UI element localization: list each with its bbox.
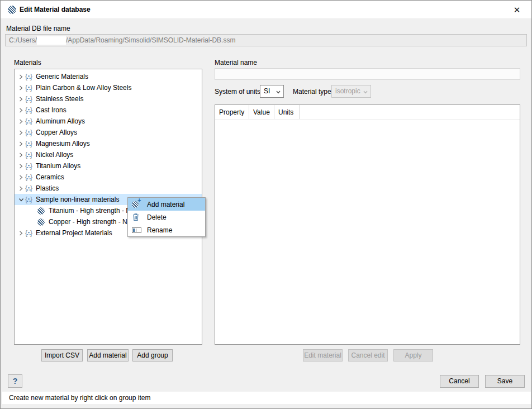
tree-item-generic-materials[interactable]: {∴}Generic Materials [15, 71, 202, 82]
import-csv-button[interactable]: Import CSV [41, 349, 83, 362]
add-material-icon: + [132, 201, 147, 208]
menu-item-label: Delete [147, 213, 167, 221]
column-header-property[interactable]: Property [215, 105, 249, 119]
tree-item-label: Ceramics [36, 173, 64, 181]
material-type-select: isotropic [331, 85, 371, 98]
edit-material-button: Edit material [303, 349, 343, 362]
tree-item-label: Generic Materials [36, 73, 88, 80]
redacted-username [37, 36, 66, 45]
system-of-units-label: System of units [215, 88, 260, 96]
chevron-down-icon [276, 90, 281, 94]
chevron-down-icon[interactable] [17, 197, 25, 202]
status-bar: Create new material by right click on gr… [2, 392, 531, 404]
tree-item-label: Cast Irons [36, 106, 66, 114]
cancel-button[interactable]: Cancel [440, 375, 479, 388]
group-icon: {∴} [25, 229, 32, 237]
file-name-label: Material DB file name [6, 25, 70, 32]
group-icon: {∴} [25, 162, 32, 170]
tree-item-label: Aluminum Alloys [36, 117, 85, 125]
chevron-right-icon[interactable] [17, 175, 25, 180]
chevron-right-icon[interactable] [17, 153, 25, 158]
path-prefix: C:/Users/ [9, 36, 37, 44]
apply-button: Apply [393, 349, 433, 362]
dialog-title: Edit Material database [20, 1, 91, 19]
tree-item-copper-alloys[interactable]: {∴}Copper Alloys [15, 127, 202, 138]
chevron-right-icon[interactable] [17, 119, 25, 124]
group-icon: {∴} [25, 184, 32, 192]
menu-item-add-material[interactable]: +Add material [128, 198, 205, 211]
chevron-right-icon[interactable] [17, 85, 25, 91]
group-icon: {∴} [25, 129, 32, 136]
db-file-path-field: C:/Users//AppData/Roaming/Simsolid/SIMSO… [5, 34, 527, 46]
tree-item-nickel-alloys[interactable]: {∴}Nickel Alloys [15, 149, 202, 160]
path-suffix: /AppData/Roaming/Simsolid/SIMSOLID-Mater… [66, 36, 235, 44]
chevron-right-icon[interactable] [17, 186, 25, 191]
edit-material-database-dialog: Edit Material database ✕ Material DB fil… [0, 0, 532, 409]
tree-item-titanium-alloys[interactable]: {∴}Titanium Alloys [15, 160, 202, 172]
tree-item-ceramics[interactable]: {∴}Ceramics [15, 172, 202, 183]
tree-item-label: Plastics [36, 184, 59, 192]
tree-item-label: Magnesium Alloys [36, 140, 90, 148]
chevron-right-icon[interactable] [17, 231, 25, 236]
tree-item-cast-irons[interactable]: {∴}Cast Irons [15, 104, 202, 116]
group-icon: {∴} [25, 84, 32, 92]
material-name-label: Material name [215, 59, 257, 66]
group-icon: {∴} [25, 196, 32, 203]
tree-item-label: Sample non-linear materials [36, 196, 119, 203]
menu-item-rename[interactable]: Rename [128, 223, 205, 236]
tree-item-plastics[interactable]: {∴}Plastics [15, 183, 202, 194]
chevron-down-icon [363, 90, 368, 94]
menu-item-label: Add material [147, 201, 184, 208]
tree-item-stainless-steels[interactable]: {∴}Stainless Steels [15, 93, 202, 104]
title-bar: Edit Material database ✕ [1, 1, 531, 19]
column-header-value[interactable]: Value [249, 105, 274, 119]
help-button[interactable]: ? [8, 374, 22, 388]
materials-label: Materials [14, 59, 41, 66]
tree-item-aluminum-alloys[interactable]: {∴}Aluminum Alloys [15, 116, 202, 127]
add-group-button[interactable]: Add group [132, 349, 173, 362]
chevron-right-icon[interactable] [17, 164, 25, 169]
group-icon: {∴} [25, 140, 32, 148]
tree-item-label: Plain Carbon & Low Alloy Steels [36, 84, 131, 92]
menu-item-delete[interactable]: Delete [128, 211, 205, 223]
save-button[interactable]: Save [485, 375, 525, 388]
group-icon: {∴} [25, 106, 32, 114]
tree-item-label: Copper Alloys [36, 129, 77, 136]
column-header-units[interactable]: Units [274, 105, 300, 119]
close-icon[interactable]: ✕ [506, 1, 528, 18]
menu-item-label: Rename [147, 226, 172, 234]
chevron-right-icon[interactable] [17, 108, 25, 113]
units-select[interactable]: SI [260, 85, 284, 98]
tree-item-plain-carbon-low-alloy-steels[interactable]: {∴}Plain Carbon & Low Alloy Steels [15, 82, 202, 93]
cancel-edit-button: Cancel edit [348, 349, 388, 362]
delete-icon [132, 213, 147, 221]
units-value: SI [264, 87, 270, 95]
chevron-right-icon[interactable] [17, 74, 25, 79]
app-icon [8, 6, 16, 16]
rename-icon [132, 227, 147, 234]
material-icon [37, 218, 45, 226]
tree-item-label: Nickel Alloys [36, 151, 73, 159]
tree-item-label: Copper - High strength - N [49, 218, 127, 226]
context-menu: +Add materialDeleteRename [127, 197, 206, 237]
tree-item-label: External Project Materials [36, 229, 112, 237]
tree-item-label: Titanium - High strength - N [49, 207, 131, 215]
material-name-field [215, 68, 520, 80]
material-icon [37, 207, 45, 215]
chevron-right-icon[interactable] [17, 141, 25, 146]
material-type-label: Material type [293, 88, 331, 96]
tree-item-label: Stainless Steels [36, 95, 83, 103]
group-icon: {∴} [25, 117, 32, 125]
group-icon: {∴} [25, 73, 32, 80]
tree-item-magnesium-alloys[interactable]: {∴}Magnesium Alloys [15, 138, 202, 149]
properties-table: PropertyValueUnits [215, 104, 520, 345]
material-type-value: isotropic [335, 87, 360, 95]
group-icon: {∴} [25, 173, 32, 181]
chevron-right-icon[interactable] [17, 97, 25, 102]
add-material-button[interactable]: Add material [87, 349, 129, 362]
properties-table-header: PropertyValueUnits [215, 105, 520, 120]
group-icon: {∴} [25, 151, 32, 159]
tree-item-label: Titanium Alloys [36, 162, 80, 170]
group-icon: {∴} [25, 95, 32, 103]
chevron-right-icon[interactable] [17, 130, 25, 135]
